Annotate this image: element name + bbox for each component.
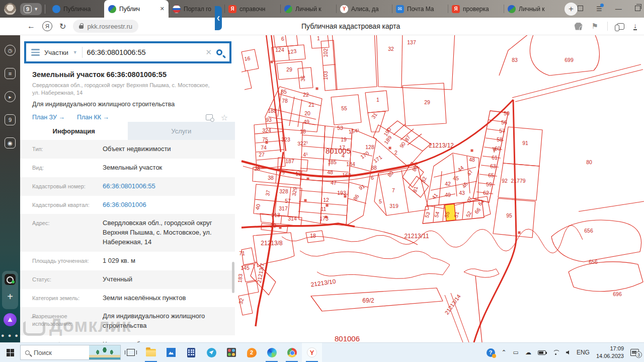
reload-icon[interactable]: ↻ [59,22,66,31]
parcel-boundary[interactable] [401,170,409,212]
parcel-boundary[interactable] [499,35,533,76]
parcel-boundary[interactable] [282,225,583,253]
parcel-boundary[interactable] [431,181,477,190]
screenshot-icon[interactable]: ◉ [4,137,16,149]
feed-icon[interactable]: ≡ [4,67,16,80]
browser-tab-4[interactable]: Личный к [280,0,336,18]
parcel-boundary[interactable] [579,201,644,211]
parcel-boundary[interactable] [472,201,473,218]
parcel-boundary[interactable] [253,233,294,267]
favorite-star-icon[interactable]: ☆ [221,113,228,122]
download-icon[interactable]: ↓ [633,22,637,30]
parcel-boundary[interactable] [311,296,322,311]
parcel-boundary[interactable] [238,294,253,315]
cadastral-map[interactable]: 6141102103124123162936137322913155852278… [235,35,644,342]
collapse-panel-button[interactable]: ❮ [215,6,222,30]
browser-tab-3[interactable]: Ясправочн [224,0,280,18]
chrome-icon[interactable] [282,343,302,362]
map-canvas[interactable]: 6141102103124123162936137322913155852278… [235,35,644,342]
panel-tab-0[interactable]: Информация [20,122,128,140]
browser-tab-6[interactable]: ✉Почта Ма [392,0,448,18]
parcel-boundary[interactable] [493,198,535,238]
app-grid-icon[interactable] [221,343,242,362]
yandex-browser-icon[interactable]: Y [302,343,322,362]
parcel-boundary[interactable] [569,262,643,292]
side-panels-icon[interactable] [578,5,583,13]
parcel-boundary[interactable] [378,166,429,215]
chevron-down-icon[interactable]: ▼ [73,50,77,55]
menu-icon[interactable] [31,47,40,57]
parcel-boundary[interactable] [515,69,643,102]
parcel-boundary[interactable] [289,97,294,126]
parcel-boundary[interactable] [276,169,277,183]
attribute-value[interactable]: 66:36:0801006 [103,200,228,210]
task-view-button[interactable] [121,343,141,362]
battery-icon[interactable] [538,350,546,355]
parcel-boundary[interactable] [242,70,252,90]
new-tab-button[interactable]: + [565,3,578,16]
hidden-icons-chevron[interactable]: ⌃ [502,349,507,356]
bookmark-icon[interactable]: ⚑ [592,22,598,31]
back-icon[interactable]: ← [27,22,35,31]
tabs-panel-icon[interactable]: 9 [4,114,16,126]
notifications-icon[interactable]: 3 [630,349,639,356]
parcel-boundary[interactable] [551,220,641,262]
address-bar[interactable]: pkk.rosreestr.ru [73,20,138,33]
parcel-boundary[interactable] [311,288,443,311]
parcel-boundary[interactable] [332,35,377,90]
search-input[interactable]: 66:36:0801006:55 [87,48,201,56]
parcel-boundary[interactable] [401,35,403,88]
browser-tab-1[interactable]: Публич✕ [104,0,169,18]
parcel-boundary[interactable] [530,35,599,76]
browser-tab-7[interactable]: Япроверка [448,0,504,18]
profile-avatar[interactable] [4,3,16,15]
panel-scrollbar[interactable] [232,262,234,293]
parcel-boundary[interactable] [374,173,386,215]
calculator-icon[interactable] [181,343,201,362]
parcel-boundary[interactable] [512,64,641,98]
parcel-boundary[interactable] [323,64,336,65]
start-button[interactable] [0,343,20,362]
parcel-boundary[interactable] [281,215,282,224]
collections-icon[interactable] [617,23,624,30]
preview-icon[interactable] [206,114,213,120]
attribute-value[interactable]: 66:36:0801006:55 [103,182,228,191]
language-indicator[interactable]: ENG [577,349,590,356]
restore-button[interactable] [635,5,640,13]
telegram-icon[interactable] [201,343,221,362]
onedrive-icon[interactable]: ☁ [525,349,531,356]
wifi-icon[interactable] [552,350,559,355]
browser-tab-8[interactable]: Личный к [504,0,559,18]
help-icon[interactable]: ? [487,348,495,357]
edge-icon[interactable] [262,343,282,362]
yandex-icon[interactable]: Я [42,21,52,31]
tab-close-icon[interactable]: ✕ [160,6,165,12]
parcel-boundary[interactable] [285,35,287,46]
parcel-boundary[interactable] [464,269,499,277]
parcel-boundary[interactable] [462,202,464,219]
parcel-boundary[interactable] [393,124,406,135]
taskbar-search[interactable]: Поиск [20,345,121,360]
alisa-icon[interactable] [4,313,17,326]
parcel-boundary[interactable] [255,199,300,203]
volume-icon[interactable] [566,350,569,354]
parcel-boundary[interactable] [373,125,423,167]
search-icon[interactable] [216,49,222,55]
browser-tab-5[interactable]: YАлиса, да [336,0,392,18]
photos-app-icon[interactable] [161,343,181,362]
parcel-boundary[interactable] [298,211,347,215]
clear-search-icon[interactable]: ✕ [205,48,212,57]
parcel-boundary[interactable] [300,251,450,278]
plan-kk-link[interactable]: План КК → [77,114,109,121]
history-icon[interactable]: ◷ [4,44,16,56]
plan-zu-link[interactable]: План ЗУ → [32,114,65,121]
more-icon[interactable]: ● ● ● [0,332,20,338]
panel-tab-1[interactable]: Услуги [128,122,235,140]
screen-record-icon[interactable] [5,274,16,285]
video-icon[interactable]: ▸ [4,91,16,103]
file-explorer-icon[interactable] [141,343,161,362]
clock[interactable]: 17:0914.06.2023 [596,345,624,360]
device-icon[interactable]: ▭ [513,349,519,356]
minimize-button[interactable]: — [615,5,622,13]
2gis-icon[interactable]: 2 [242,343,262,362]
